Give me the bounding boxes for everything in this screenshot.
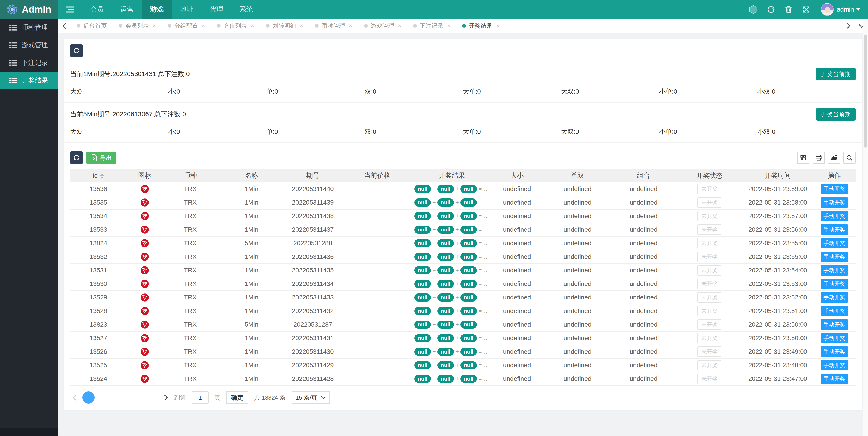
tab[interactable]: 后台首页 [71,19,113,33]
tab-close-icon[interactable]: × [202,23,205,29]
goto-confirm-button[interactable]: 确定 [226,391,248,404]
cell-result: null+null+null=… [414,182,489,196]
goto-page-input[interactable] [192,392,209,404]
sidebar-item[interactable]: 下注记录 [0,54,58,72]
nav-item[interactable]: 地址 [172,0,202,19]
cell-size: undefined [490,318,545,331]
draw-current-period-button[interactable]: 开奖当前期 [816,68,856,80]
cell-action: 手动开奖 [813,250,856,264]
column-header[interactable]: 大小 [490,169,545,182]
theme-icon[interactable] [745,0,762,19]
refresh-icon[interactable] [762,0,780,19]
tab[interactable]: 会员列表 × [113,19,162,33]
sidebar-item[interactable]: 开奖结果 [0,72,58,89]
cell-action: 手动开奖 [813,264,856,277]
nav-item[interactable]: 游戏 [142,0,172,19]
table-row: 13533 TRX 1Min 202205311437 null+null+nu… [70,223,856,236]
fullscreen-icon[interactable] [798,0,815,19]
manual-draw-button[interactable]: 手动开奖 [820,211,848,221]
prev-page-icon[interactable] [72,394,76,401]
tab-label: 划转明细 [273,22,296,30]
nav-item[interactable]: 代理 [202,0,231,19]
print-icon[interactable] [813,152,825,164]
column-header[interactable]: 单双 [545,169,611,182]
manual-draw-button[interactable]: 手动开奖 [820,346,848,357]
column-label: 开奖结果 [439,172,465,179]
cell-price [340,291,414,304]
tab[interactable]: 分组配置 × [162,19,211,33]
cell-combo: undefined [611,318,677,331]
table-refresh-button[interactable] [70,152,83,164]
draw-current-period-button[interactable]: 开奖当前期 [816,108,856,121]
tab-close-icon[interactable]: × [398,23,401,29]
manual-draw-button[interactable]: 手动开奖 [820,251,848,262]
column-header[interactable]: 操作 [813,169,856,182]
tab-close-icon[interactable]: × [251,23,254,29]
column-header[interactable]: id [70,169,127,182]
manual-draw-button[interactable]: 手动开奖 [820,292,848,303]
manual-draw-button[interactable]: 手动开奖 [820,265,848,275]
result-tail: =… [478,253,488,260]
manual-draw-button[interactable]: 手动开奖 [820,306,848,316]
nav-item[interactable]: 会员 [82,0,112,19]
page-button[interactable] [82,392,95,404]
column-header[interactable]: 图标 [127,169,163,182]
manual-draw-button[interactable]: 手动开奖 [820,184,848,194]
column-header[interactable]: 期号 [285,169,340,182]
manual-draw-button[interactable]: 手动开奖 [820,279,848,289]
column-header[interactable]: 开奖结果 [414,169,489,182]
nav-item[interactable]: 系统 [231,0,261,19]
column-header[interactable]: 开奖时间 [742,169,813,182]
sidebar-toggle-icon[interactable] [58,0,82,19]
manual-draw-button[interactable]: 手动开奖 [820,225,848,235]
cell-action: 手动开奖 [813,223,856,236]
sidebar-item[interactable]: 币种管理 [0,19,58,36]
tab-label: 下注记录 [420,22,443,30]
next-page-icon[interactable] [164,394,168,401]
cell-combo: undefined [611,182,677,196]
nav-item[interactable]: 运营 [112,0,142,19]
column-header[interactable]: 当前价格 [340,169,414,182]
tab[interactable]: 划转明细 × [260,19,309,33]
tab-close-icon[interactable]: × [496,23,499,29]
sort-icon[interactable] [100,173,104,179]
columns-filter-icon[interactable] [797,152,809,164]
user-avatar[interactable] [821,3,834,16]
tab-close-icon[interactable]: × [349,23,352,29]
per-page-select[interactable]: 15 条/页 [291,391,330,404]
cell-combo: undefined [611,359,677,372]
export-button[interactable]: 导出 [86,152,116,164]
cell-icon [127,264,163,277]
tab[interactable]: 币种管理 × [309,19,358,33]
search-icon[interactable] [843,152,856,164]
column-header[interactable]: 开奖状态 [677,169,742,182]
manual-draw-button[interactable]: 手动开奖 [820,238,848,248]
manual-draw-button[interactable]: 手动开奖 [820,360,848,370]
result-pill: null [414,198,431,207]
export-data-icon[interactable] [828,152,840,164]
column-header[interactable]: 名称 [218,169,285,182]
scrollbar-thumb[interactable] [864,35,867,147]
tabs-scroll-left-icon[interactable] [58,19,71,33]
tabs-scroll-right-icon[interactable] [842,19,855,33]
manual-draw-button[interactable]: 手动开奖 [820,333,848,343]
cell-coin: TRX [163,372,218,385]
tab[interactable]: 充值列表 × [211,19,260,33]
clear-cache-icon[interactable] [780,0,798,19]
tab[interactable]: 开奖结果 × [456,19,505,33]
manual-draw-button[interactable]: 手动开奖 [820,197,848,208]
stat-value: 大:0 [70,87,168,96]
cell-price [340,264,414,277]
tab-close-icon[interactable]: × [300,23,303,29]
manual-draw-button[interactable]: 手动开奖 [820,374,848,384]
sidebar-item[interactable]: 游戏管理 [0,36,58,54]
panel-refresh-button[interactable] [70,44,83,57]
user-menu[interactable]: admin [837,6,860,13]
tab-close-icon[interactable]: × [447,23,450,29]
tab-close-icon[interactable]: × [153,23,156,29]
tab[interactable]: 游戏管理 × [358,19,407,33]
column-header[interactable]: 组合 [611,169,677,182]
tab[interactable]: 下注记录 × [407,19,456,33]
manual-draw-button[interactable]: 手动开奖 [820,320,848,330]
column-header[interactable]: 币种 [163,169,218,182]
